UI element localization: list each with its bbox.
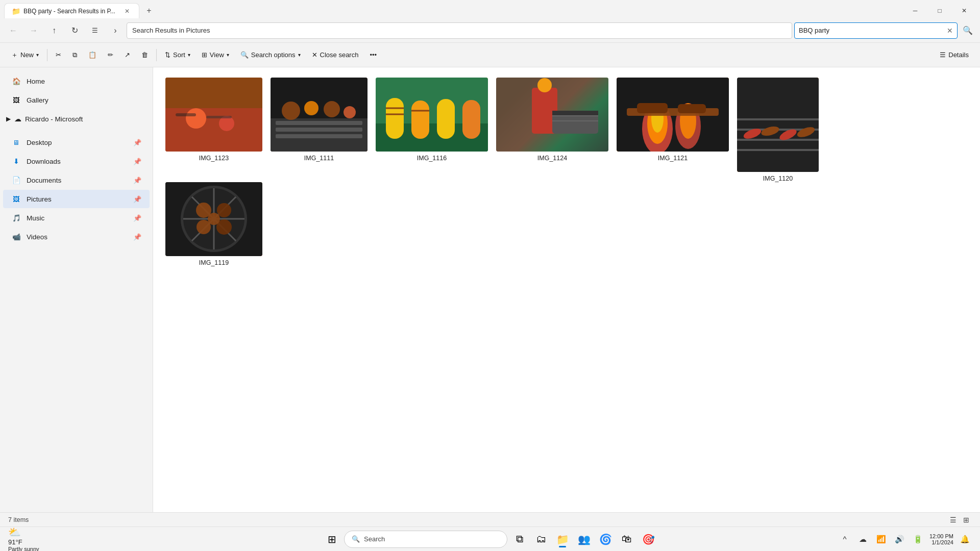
back-button[interactable]: ← xyxy=(4,21,22,40)
sidebar-item-documents-label: Documents xyxy=(27,177,61,184)
thumb-item-img1124[interactable]: IMG_1124 xyxy=(496,78,608,182)
cloud-icon[interactable]: ☁ xyxy=(856,532,870,546)
expand-button[interactable]: ☰ xyxy=(86,21,104,40)
breadcrumb-text: Search Results in Pictures xyxy=(132,27,210,34)
thumb-item-img1120[interactable]: IMG_1120 xyxy=(737,78,819,182)
weather-widget[interactable]: ⛅ 91°F Partly sunny xyxy=(8,526,49,551)
widgets-icon: 🗂 xyxy=(536,533,546,545)
forward-icon: → xyxy=(30,26,38,35)
explorer-tab[interactable]: 📁 BBQ party - Search Results in P... ✕ xyxy=(4,3,139,19)
extra-app-button[interactable]: 🎯 xyxy=(639,530,657,548)
battery-icon[interactable]: 🔋 xyxy=(911,532,925,546)
notification-button[interactable]: 🔔 xyxy=(958,532,972,546)
sidebar-item-gallery[interactable]: 🖼 Gallery xyxy=(3,91,150,109)
minimize-button[interactable]: ─ xyxy=(903,3,927,19)
system-clock[interactable]: 12:00 PM 1/1/2024 xyxy=(929,533,953,545)
sidebar-item-desktop[interactable]: 🖥 Desktop 📌 xyxy=(3,133,150,152)
svg-rect-10 xyxy=(276,134,362,138)
thumb-item-img1116[interactable]: IMG_1116 xyxy=(376,78,488,182)
view-grid-icon[interactable]: ⊞ xyxy=(961,514,972,525)
sidebar-item-videos[interactable]: 📹 Videos 📌 xyxy=(3,228,150,246)
thumb-svg-4 xyxy=(496,78,608,152)
thumb-item-img1119[interactable]: IMG_1119 xyxy=(165,182,262,266)
sidebar-item-music[interactable]: 🎵 Music 📌 xyxy=(3,209,150,227)
breadcrumb[interactable]: Search Results in Pictures xyxy=(127,22,792,39)
network-icon[interactable]: 📶 xyxy=(874,532,889,546)
svg-rect-20 xyxy=(462,100,480,139)
store-taskbar-button[interactable]: 🛍 xyxy=(618,530,636,548)
task-view-icon: ⧉ xyxy=(516,533,523,545)
thumb-label-img1121: IMG_1121 xyxy=(658,155,688,162)
svg-rect-4 xyxy=(176,113,196,116)
taskbar-search-box[interactable]: 🔍 Search xyxy=(344,531,507,548)
svg-rect-41 xyxy=(737,78,819,172)
thumb-item-img1121[interactable]: IMG_1121 xyxy=(617,78,729,182)
expand-icon: ☰ xyxy=(92,27,98,34)
new-dropdown-icon: ▾ xyxy=(36,52,39,58)
svg-rect-18 xyxy=(411,101,429,139)
copy-button[interactable]: ⧉ xyxy=(67,46,82,64)
rename-button[interactable]: ✏ xyxy=(103,46,118,64)
taskbar-right: ^ ☁ 📶 🔊 🔋 12:00 PM 1/1/2024 🔔 xyxy=(838,532,972,546)
thumb-item-img1123[interactable]: IMG_1123 xyxy=(165,78,262,182)
share-button[interactable]: ↗ xyxy=(119,46,135,64)
thumb-svg-1 xyxy=(165,78,262,152)
sort-button[interactable]: ⇅ Sort ▾ xyxy=(160,46,195,64)
search-box[interactable]: ✕ xyxy=(794,22,958,39)
file-explorer-taskbar-button[interactable]: 📁 xyxy=(553,530,572,548)
tab-close-button[interactable]: ✕ xyxy=(122,7,132,16)
sidebar-group-ricardo[interactable]: ▶ ☁ Ricardo - Microsoft xyxy=(3,110,150,128)
sidebar-item-pictures[interactable]: 🖼 Pictures 📌 xyxy=(3,190,150,208)
chevron-up-button[interactable]: ^ xyxy=(838,532,852,546)
view-label: View xyxy=(210,51,224,59)
volume-icon[interactable]: 🔊 xyxy=(893,532,907,546)
up-button[interactable]: ↑ xyxy=(45,21,63,40)
sidebar-item-documents[interactable]: 📄 Documents 📌 xyxy=(3,171,150,189)
start-button[interactable]: ⊞ xyxy=(323,530,341,548)
view-button[interactable]: ⊞ View ▾ xyxy=(197,46,234,64)
new-icon: ＋ xyxy=(11,51,18,60)
more-button[interactable]: ••• xyxy=(364,46,382,64)
forward-button[interactable]: → xyxy=(24,21,43,40)
close-button[interactable]: ✕ xyxy=(952,3,976,19)
maximize-button[interactable]: □ xyxy=(928,3,951,19)
weather-icon: ⛅ xyxy=(8,526,49,538)
search-options-icon: 🔍 xyxy=(240,51,249,59)
delete-button[interactable]: 🗑 xyxy=(136,46,153,64)
taskbar-search-placeholder: Search xyxy=(364,535,385,543)
svg-point-11 xyxy=(282,102,300,120)
paste-button[interactable]: 📋 xyxy=(83,46,102,64)
toolbar-sep-2 xyxy=(156,49,157,61)
tab-favicon: 📁 xyxy=(12,7,20,15)
refresh-button[interactable]: ↻ xyxy=(65,21,84,40)
svg-rect-8 xyxy=(276,121,362,125)
details-button[interactable]: ☰ Details xyxy=(935,46,974,64)
thumb-item-img1111[interactable]: IMG_1111 xyxy=(271,78,368,182)
sidebar-item-downloads[interactable]: ⬇ Downloads 📌 xyxy=(3,152,150,170)
thumb-img-img1111 xyxy=(271,78,368,152)
search-input[interactable] xyxy=(799,27,944,34)
chevron-button[interactable]: › xyxy=(106,21,125,40)
music-pin-icon: 📌 xyxy=(133,214,141,222)
widgets-button[interactable]: 🗂 xyxy=(532,530,550,548)
browser-taskbar-button[interactable]: 🌀 xyxy=(596,530,615,548)
sidebar-expand-icon: ▶ xyxy=(6,115,11,122)
start-icon: ⊞ xyxy=(328,533,336,545)
desktop-icon: 🖥 xyxy=(11,137,21,147)
sidebar-item-home[interactable]: 🏠 Home xyxy=(3,72,150,90)
thumb-img-img1123 xyxy=(165,78,262,152)
task-view-button[interactable]: ⧉ xyxy=(510,530,529,548)
svg-rect-29 xyxy=(552,111,598,116)
cut-button[interactable]: ✂ xyxy=(51,46,66,64)
view-list-icon[interactable]: ☰ xyxy=(947,514,959,525)
search-options-button[interactable]: 🔍 Search options ▾ xyxy=(235,46,306,64)
close-search-button[interactable]: ✕ Close search xyxy=(307,46,364,64)
teams-taskbar-button[interactable]: 👥 xyxy=(575,530,593,548)
thumb-svg-3 xyxy=(376,78,488,152)
new-tab-button[interactable]: + xyxy=(141,3,157,18)
new-button[interactable]: ＋ New ▾ xyxy=(6,46,44,64)
search-submit-button[interactable]: 🔍 xyxy=(960,22,976,39)
sort-dropdown-icon: ▾ xyxy=(188,52,190,58)
thumb-svg-7 xyxy=(165,182,262,256)
search-clear-button[interactable]: ✕ xyxy=(947,27,953,35)
